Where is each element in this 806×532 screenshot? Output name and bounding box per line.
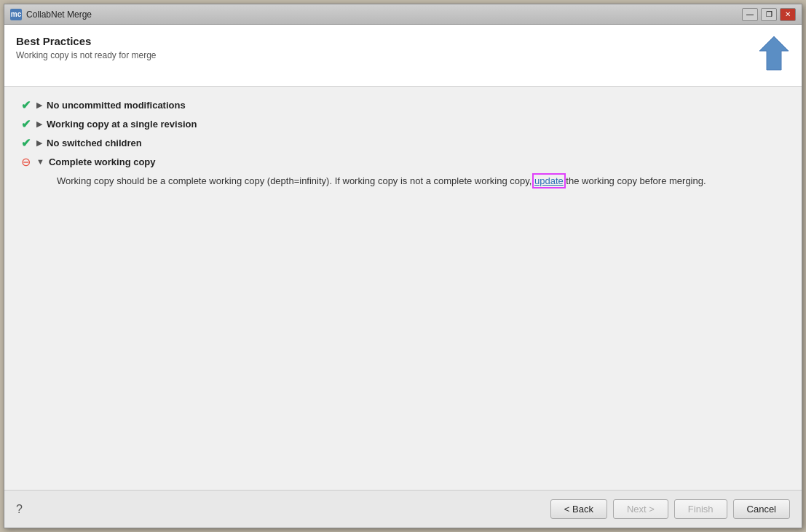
- expand-arrow-icon[interactable]: ▶: [36, 138, 42, 148]
- content-area: Best Practices Working copy is not ready…: [4, 25, 802, 528]
- page-title: Best Practices: [16, 35, 157, 47]
- restore-button[interactable]: ❐: [761, 8, 777, 21]
- help-button[interactable]: ?: [16, 503, 23, 516]
- finish-button[interactable]: Finish: [674, 499, 727, 519]
- window-title: CollabNet Merge: [26, 9, 742, 20]
- item-description: Working copy should be a complete workin…: [57, 174, 787, 188]
- titlebar: mc CollabNet Merge — ❐ ✕: [4, 4, 802, 25]
- app-icon: mc: [10, 9, 22, 20]
- collabnet-logo-icon: [758, 35, 790, 76]
- item-label: Complete working copy: [49, 156, 156, 167]
- expand-arrow-icon[interactable]: ▶: [36, 119, 42, 129]
- list-item: ⊖ ▼ Complete working copy: [19, 155, 787, 168]
- item-label: No switched children: [47, 138, 142, 148]
- description-after: the working copy before merging.: [564, 175, 706, 186]
- description-before: Working copy should be a complete workin…: [57, 175, 534, 186]
- cancel-button[interactable]: Cancel: [733, 499, 790, 519]
- close-button[interactable]: ✕: [780, 8, 796, 21]
- back-button[interactable]: < Back: [550, 499, 607, 519]
- next-button[interactable]: Next >: [613, 499, 668, 519]
- item-label: Working copy at a single revision: [47, 119, 197, 130]
- window-controls: — ❐ ✕: [742, 8, 796, 21]
- header-text: Best Practices Working copy is not ready…: [16, 35, 157, 60]
- pass-icon: ✔: [19, 98, 32, 111]
- footer: ? < Back Next > Finish Cancel: [4, 490, 802, 528]
- list-item: ✔ ▶ No switched children: [19, 136, 787, 149]
- minimize-button[interactable]: —: [742, 8, 758, 21]
- expand-arrow-icon[interactable]: ▶: [36, 100, 42, 110]
- update-link[interactable]: update: [534, 175, 564, 186]
- list-item: ✔ ▶ No uncommitted modifications: [19, 98, 787, 111]
- main-panel: ✔ ▶ No uncommitted modifications ✔ ▶ Wor…: [4, 87, 802, 490]
- collapse-arrow-icon[interactable]: ▼: [36, 157, 44, 166]
- pass-icon: ✔: [19, 117, 32, 130]
- fail-icon: ⊖: [19, 155, 32, 168]
- footer-buttons: < Back Next > Finish Cancel: [550, 499, 790, 519]
- item-label: No uncommitted modifications: [47, 100, 186, 111]
- main-window: mc CollabNet Merge — ❐ ✕ Best Practices …: [4, 4, 802, 528]
- svg-marker-0: [759, 36, 789, 70]
- header-section: Best Practices Working copy is not ready…: [4, 25, 802, 87]
- list-item: ✔ ▶ Working copy at a single revision: [19, 117, 787, 130]
- page-subtitle: Working copy is not ready for merge: [16, 50, 157, 60]
- pass-icon: ✔: [19, 136, 32, 149]
